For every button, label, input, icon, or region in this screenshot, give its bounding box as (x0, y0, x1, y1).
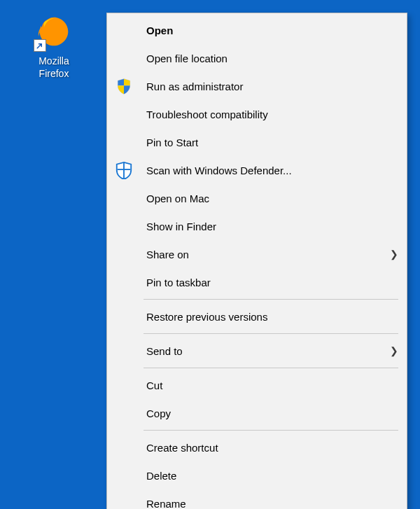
blank-icon (113, 216, 135, 236)
menu-item-run-as-administrator[interactable]: Run as administrator (108, 72, 405, 100)
menu-item-open[interactable]: Open (108, 16, 405, 44)
menu-item-rename[interactable]: Rename (108, 489, 405, 509)
blank-icon (113, 20, 135, 40)
menu-item-pin-to-start[interactable]: Pin to Start (108, 128, 405, 156)
submenu-arrow-icon: ❯ (387, 249, 398, 260)
uac-shield-icon (113, 76, 135, 96)
desktop-shortcut-firefox[interactable]: Mozilla Firefox (22, 13, 85, 81)
desktop-shortcut-label: Mozilla Firefox (36, 55, 71, 81)
menu-item-cut[interactable]: Cut (108, 371, 405, 399)
blank-icon (113, 188, 135, 208)
menu-item-label: Open on Mac (135, 193, 398, 204)
menu-item-label: Restore previous versions (135, 311, 398, 323)
context-menu: OpenOpen file locationRun as administrat… (106, 13, 407, 509)
menu-item-label: Pin to taskbar (135, 277, 398, 288)
menu-item-create-shortcut[interactable]: Create shortcut (108, 433, 405, 461)
shortcut-arrow-icon (34, 39, 46, 52)
menu-separator (144, 333, 398, 334)
blank-icon (113, 48, 135, 68)
blank-icon (113, 375, 135, 395)
menu-item-label: Troubleshoot compatibility (135, 109, 398, 120)
blank-icon (113, 466, 135, 485)
blank-icon (113, 341, 135, 361)
menu-item-share-on[interactable]: Share on❯ (108, 240, 405, 268)
menu-item-send-to[interactable]: Send to❯ (108, 337, 405, 365)
defender-shield-icon (113, 160, 135, 180)
menu-item-label: Pin to Start (135, 137, 398, 148)
firefox-icon (35, 13, 73, 50)
blank-icon (113, 403, 135, 423)
menu-item-label: Rename (135, 498, 398, 510)
blank-icon (113, 244, 135, 264)
blank-icon (113, 104, 135, 124)
menu-item-label: Run as administrator (135, 81, 398, 92)
menu-item-label: Copy (135, 407, 398, 419)
menu-item-label: Show in Finder (135, 221, 398, 232)
menu-separator (144, 368, 398, 368)
blank-icon (113, 494, 135, 509)
submenu-arrow-icon: ❯ (387, 345, 398, 356)
menu-item-show-in-finder[interactable]: Show in Finder (108, 212, 405, 240)
menu-item-label: Open file location (135, 53, 398, 64)
menu-item-label: Open (135, 25, 398, 36)
menu-item-label: Scan with Windows Defender... (135, 165, 398, 176)
menu-item-restore-previous-versions[interactable]: Restore previous versions (108, 302, 405, 330)
blank-icon (113, 438, 135, 457)
menu-item-label: Send to (135, 345, 387, 357)
menu-item-delete[interactable]: Delete (108, 461, 405, 489)
blank-icon (113, 272, 135, 292)
menu-item-scan-with-windows-defender[interactable]: Scan with Windows Defender... (108, 156, 405, 184)
menu-item-copy[interactable]: Copy (108, 399, 405, 427)
menu-item-label: Delete (135, 470, 398, 482)
menu-item-label: Create shortcut (135, 442, 398, 454)
menu-separator (144, 430, 398, 431)
blank-icon (113, 132, 135, 152)
menu-item-label: Cut (135, 379, 398, 391)
menu-item-troubleshoot-compatibility[interactable]: Troubleshoot compatibility (108, 100, 405, 128)
menu-item-pin-to-taskbar[interactable]: Pin to taskbar (108, 268, 405, 296)
menu-item-label: Share on (135, 249, 387, 260)
menu-item-open-on-mac[interactable]: Open on Mac (108, 184, 405, 212)
menu-separator (144, 299, 398, 300)
menu-item-open-file-location[interactable]: Open file location (108, 44, 405, 72)
blank-icon (113, 307, 135, 326)
